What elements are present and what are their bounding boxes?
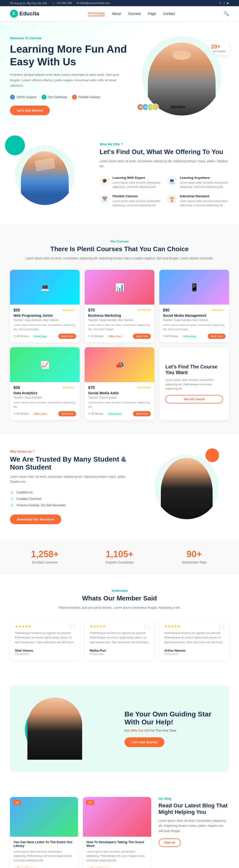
course-minutes-2: ⏱ 60 Minutes [163, 335, 178, 338]
view-all-blog-button[interactable]: View All [159, 838, 181, 847]
course-img-3: 📈 [10, 347, 80, 382]
apply-button-3[interactable]: Apply Now [58, 411, 76, 416]
course-price-2: $90 [163, 308, 169, 312]
course-stars-0: ★★★★☆ [62, 308, 76, 312]
apply-button-4[interactable]: Apply Now [133, 411, 151, 416]
offer-item-content: Learning With Expert Lorem ipsum dolor s… [112, 176, 162, 189]
stats-section: 1,258+ Enrolled Learners 1,105+ Classes … [0, 539, 239, 574]
top-bar-social: 𝕏 f ▶ [219, 1, 229, 5]
navbar: E Educita Homepage About Courses Page Co… [0, 6, 239, 21]
nav-link-about[interactable]: About [112, 12, 121, 16]
testimonial-card-2: ★★★★★ Pellentesque tincidunt ym egestes … [159, 619, 229, 660]
testimonial-text-0: Pellentesque tincidunt ym egestes dn pla… [15, 631, 75, 645]
testimonial-author-0: Shai Vamos [15, 649, 75, 652]
stat-label-1: Classes Completed [85, 560, 154, 564]
hero-avatars: A B C D 350+ Member [137, 103, 185, 111]
badge-dot-classes: ✓ [72, 95, 77, 100]
blog-card-0: 13 You Can Now Listen To The Entire Our … [10, 797, 78, 868]
blog-title-1: How To Developers Taking The Guest Work [86, 840, 148, 848]
course-desc-4: Lorem ipsum dolor sit amet, consectetur … [88, 400, 151, 409]
offer-item-industrial: 🏆 Industrial Standard Lorem ipsum dolor … [167, 194, 229, 208]
find-course-card: Let's Find The Course You Want Lorem ips… [159, 347, 229, 420]
courses-section: Our Courses There Is Plenti Courses That… [0, 225, 239, 435]
offer-icon-flexible: 📅 [100, 194, 109, 204]
testimonial-stars-0: ★★★★★ [15, 624, 75, 628]
testimonials-sub: Testimonial [10, 589, 229, 592]
course-stars-3: ★★★★☆ [62, 386, 76, 389]
stat-satisfaction: 90+ Satisfaction Rate [159, 549, 229, 564]
address: 39 Hoong St, Big City, Rio 234 [10, 2, 47, 5]
stat-classes: 1,105+ Classes Completed [85, 549, 154, 564]
avatar-group: A B C D [137, 103, 159, 111]
course-img-0: 💻 [10, 270, 80, 305]
logo-icon: E [10, 10, 18, 18]
see-all-courses-button[interactable]: See All Course [165, 395, 223, 403]
apply-button-0[interactable]: Apply Now [58, 334, 76, 339]
blog-card-1: 13 How To Developers Taking The Guest Wo… [83, 797, 151, 868]
why-content: Why Choice Us ? We Are Trusted By Many S… [10, 450, 134, 524]
offer-sub: What We Offer ? [100, 143, 229, 146]
facebook-icon[interactable]: f [224, 2, 224, 5]
course-body-1: $70 ★★★★★ Business Marketing Teacher: Dy… [85, 305, 154, 342]
member-count: 350+ [163, 105, 169, 108]
testimonial-author-2: Artine Nanom [164, 649, 224, 652]
course-price-1: $70 [88, 308, 95, 312]
testimonials-grid: ★★★★★ Pellentesque tincidunt ym egestes … [10, 619, 229, 660]
blog-body-1: How To Developers Taking The Guest Work … [83, 837, 151, 868]
offer-item-content-2: Flexible Classes Lorem ipsum dolor sit a… [112, 194, 162, 208]
course-meta-2: ⏱ 60 Minutes Online Class Apply Now [163, 334, 225, 339]
course-card-2: 📱 $90 ★★★★☆ Social Media Management Teac… [159, 270, 229, 342]
read-more-button-1[interactable]: Read More [86, 866, 109, 868]
course-teacher-3: Teacher: Dysa Kamdari [14, 396, 76, 399]
why-list: Curabitur Ac Curabitur Euismod Vivamus F… [10, 489, 134, 508]
course-stars-2: ★★★★☆ [212, 308, 225, 312]
apply-button-2[interactable]: Apply Now [208, 334, 225, 339]
nav-link-homepage[interactable]: Homepage [88, 11, 105, 16]
course-type-1: Offline Class [107, 335, 123, 338]
cta-visual [20, 698, 90, 760]
course-card-0: 💻 $50 ★★★★☆ Web Programing Junior Teache… [10, 270, 80, 342]
logo[interactable]: E Educita [10, 10, 39, 18]
blog-desc-1: Lorem ipsum dolor sit amet, consectetur … [86, 849, 148, 863]
stat-label-2: Satisfaction Rate [159, 560, 229, 564]
nav-link-courses[interactable]: Courses [128, 12, 141, 16]
nav-link-contact[interactable]: Contact [163, 12, 175, 16]
badge-classes: ✓ Flexible Classes [72, 95, 100, 100]
course-title-3: Data Analytics [14, 391, 76, 395]
stat-num-1: 1,105+ [85, 549, 154, 559]
blog-section: 13 You Can Now Listen To The Entire Our … [0, 782, 239, 868]
course-title-2: Social Media Management [163, 313, 225, 317]
course-minutes-3: ⏱ 60 Minutes [14, 412, 29, 415]
twitter-icon[interactable]: 𝕏 [219, 1, 221, 5]
apply-button-1[interactable]: Apply Now [133, 334, 151, 339]
search-icon[interactable]: 🔍 [223, 11, 229, 17]
course-stars-1: ★★★★★ [137, 308, 151, 312]
download-brochure-button[interactable]: Download Our Brochure [10, 515, 61, 524]
course-meta-1: ⏱ 60 Minutes Offline Class Apply Now [88, 334, 151, 339]
course-type-0: Online Class [32, 335, 49, 338]
course-title-4: Social Media Adds [88, 391, 151, 395]
testimonial-role-1: Designation [90, 652, 149, 655]
stats-grid: 1,258+ Enrolled Learners 1,105+ Classes … [10, 549, 229, 564]
offer-item-title-3: Industrial Standard [180, 194, 229, 198]
cta-button[interactable]: Let's Get Started [125, 737, 164, 747]
testimonials-header: Testimonial Whats Our Member Said Vivamu… [10, 589, 229, 610]
testimonial-role-0: Designation [15, 652, 75, 655]
hero-cta-button[interactable]: Let's Get Started [10, 105, 50, 115]
courses-title: There Is Plenti Courses That You Can Cho… [10, 245, 229, 253]
course-card-3: 📈 $50 ★★★★☆ Data Analytics Teacher: Dysa… [10, 347, 80, 420]
cta-banner: Be Your Own Guiding Star With Our Help! … [10, 685, 229, 772]
course-desc-2: Lorem ipsum dolor sit amet, consectetur … [163, 323, 225, 331]
read-more-button-0[interactable]: Read More [14, 866, 36, 868]
why-list-item-1: Curabitur Euismod [10, 496, 134, 502]
avatar-4: D [152, 103, 159, 111]
blog-body-0: You Can Now Listen To The Entire Our Lib… [10, 837, 78, 868]
blog-description: Lorem ipsum dolor sit amet, consectetur … [159, 818, 229, 834]
course-body-3: $50 ★★★★☆ Data Analytics Teacher: Dysa K… [10, 382, 80, 420]
blog-img-1: 13 [83, 797, 151, 837]
blog-title: Read Our Latest Blog That Might Helping … [159, 802, 229, 815]
hero-badges: ✓ 24/Hrs Support ✓ Get Certificate ✓ Fle… [10, 95, 130, 100]
nav-link-page[interactable]: Page [148, 12, 156, 16]
find-course-title: Let's Find The Course You Want [165, 364, 223, 375]
youtube-icon[interactable]: ▶ [227, 1, 229, 5]
